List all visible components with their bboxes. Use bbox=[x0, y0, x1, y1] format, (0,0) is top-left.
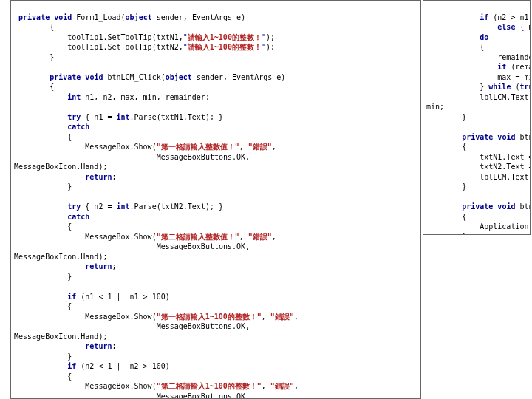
line: } bbox=[426, 233, 466, 236]
line: MessageBoxButtons.OK, bbox=[14, 392, 250, 400]
line: { bbox=[14, 83, 54, 91]
line: MessageBoxIcon.Hand); bbox=[14, 332, 107, 341]
line: if (n1 < 1 || n1 > 100) bbox=[14, 293, 170, 301]
line: } bbox=[14, 53, 54, 61]
line: MessageBoxButtons.OK, bbox=[14, 153, 250, 161]
line: } bbox=[14, 183, 72, 191]
code-column-right: if (n2 > n1) { max = n2; min = n1; } els… bbox=[423, 0, 531, 235]
line: MessageBox.Show("第一格請輸入整數值！", "錯誤", bbox=[14, 143, 276, 151]
line: } bbox=[426, 113, 466, 121]
line: return; bbox=[14, 173, 116, 181]
line: private void btnLCM_Click(object sender,… bbox=[14, 73, 285, 81]
line: { bbox=[14, 302, 72, 310]
line: min; bbox=[426, 103, 444, 111]
line: MessageBoxIcon.Hand); bbox=[14, 163, 107, 171]
line: { bbox=[14, 222, 72, 231]
line: { bbox=[426, 143, 466, 151]
line: txtN2.Text = ""; bbox=[426, 163, 531, 171]
line: private void btnReset_Click(object sende… bbox=[426, 133, 531, 141]
line: private void Form1_Load(object sender, E… bbox=[14, 13, 245, 21]
line: if (n2 > n1) { max = n2; min = n1; } bbox=[426, 13, 531, 21]
line: { bbox=[426, 43, 484, 51]
line: if (n2 < 1 || n2 > 100) bbox=[14, 362, 170, 370]
line: { bbox=[14, 23, 54, 31]
line: lblLCM.Text = n1 + " 和 " + n2 + " 的最大公因數… bbox=[426, 93, 531, 101]
line: } bbox=[14, 273, 72, 281]
line: MessageBoxIcon.Hand); bbox=[14, 253, 107, 261]
line: return; bbox=[14, 262, 116, 270]
line: if (remainder == 0) break; bbox=[426, 63, 531, 71]
line: try { n2 = int.Parse(txtN2.Text); } bbox=[14, 202, 223, 211]
code-column-left: private void Form1_Load(object sender, E… bbox=[10, 0, 421, 399]
line: MessageBox.Show("第一格請輸入1~100的整數！", "錯誤", bbox=[14, 313, 299, 321]
line: toolTip1.SetToolTip(txtN2,"請輸入1~100的整數！"… bbox=[14, 43, 275, 51]
line: remainder = max % min; bbox=[426, 53, 531, 61]
line: } bbox=[426, 183, 466, 191]
line: toolTip1.SetToolTip(txtN1,"請輸入1~100的整數！"… bbox=[14, 33, 275, 41]
line: lblLCM.Text = ""; bbox=[426, 173, 531, 181]
line: } bbox=[14, 352, 72, 361]
line: { bbox=[426, 213, 466, 221]
line: max = min; min = remainder; bbox=[426, 73, 531, 81]
line: MessageBoxButtons.OK, bbox=[14, 322, 250, 330]
line: private void btnExit_Click(object sender… bbox=[426, 202, 531, 211]
line: try { n1 = int.Parse(txtN1.Text); } bbox=[14, 113, 223, 121]
line: MessageBox.Show("第二格請輸入1~100的整數！", "錯誤", bbox=[14, 382, 299, 390]
line: MessageBoxButtons.OK, bbox=[14, 242, 250, 250]
line: catch bbox=[14, 123, 89, 131]
line: } while (true); bbox=[426, 83, 531, 91]
line: { bbox=[14, 133, 72, 141]
line: { bbox=[14, 372, 72, 381]
line: MessageBox.Show("第二格請輸入整數值！", "錯誤", bbox=[14, 233, 276, 241]
line: int n1, n2, max, min, remainder; bbox=[14, 93, 210, 101]
line: else { max = n1; min = n2; } bbox=[426, 23, 531, 31]
line: txtN1.Text = ""; bbox=[426, 153, 531, 161]
line: catch bbox=[14, 213, 89, 221]
page: private void Form1_Load(object sender, E… bbox=[0, 0, 532, 399]
line: Application.Exit(); bbox=[426, 222, 531, 231]
line: do bbox=[426, 33, 488, 41]
line: return; bbox=[14, 342, 116, 350]
